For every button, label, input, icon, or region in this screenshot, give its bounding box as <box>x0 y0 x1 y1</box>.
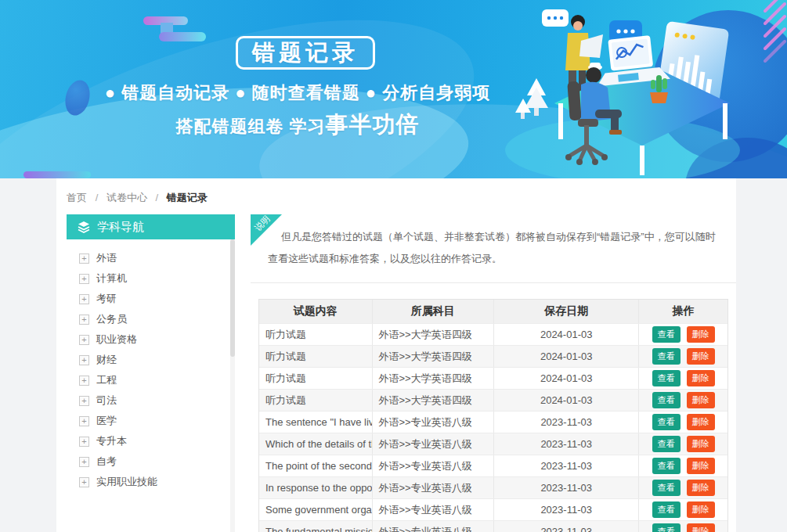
records-table: 试题内容 所属科目 保存日期 操作 听力试题外语>>大学英语四级2024-01-… <box>258 299 728 532</box>
breadcrumb-home[interactable]: 首页 <box>67 192 87 203</box>
delete-button[interactable]: 删除 <box>687 436 715 452</box>
sidebar-item[interactable]: +实用职业技能 <box>67 472 235 492</box>
table-row: 听力试题外语>>大学英语四级2024-01-03查看删除 <box>259 389 727 411</box>
expand-plus-icon[interactable]: + <box>79 274 89 284</box>
cell-subject: 外语>>专业英语八级 <box>372 455 493 476</box>
sidebar-item-label: 自考 <box>96 455 117 469</box>
expand-plus-icon[interactable]: + <box>79 253 89 264</box>
content-container: 首页 / 试卷中心 / 错题记录 <box>56 178 736 532</box>
breadcrumb-separator: / <box>156 192 159 203</box>
cell-save-date: 2023-11-03 <box>493 477 638 498</box>
expand-plus-icon[interactable]: + <box>79 376 89 386</box>
notice-ribbon: 说明 <box>251 214 282 246</box>
cell-operations: 查看删除 <box>638 455 727 476</box>
delete-button[interactable]: 删除 <box>687 326 715 343</box>
sidebar-item[interactable]: +职业资格 <box>67 329 235 350</box>
sidebar-scrollbar[interactable] <box>230 239 235 532</box>
sidebar-item[interactable]: +外语 <box>67 248 235 268</box>
sidebar-header-label: 学科导航 <box>97 220 144 235</box>
cell-save-date: 2023-11-03 <box>493 499 638 520</box>
view-button[interactable]: 查看 <box>652 458 681 474</box>
expand-plus-icon[interactable]: + <box>79 457 89 467</box>
cell-operations: 查看删除 <box>638 477 727 498</box>
breadcrumb-exam-center[interactable]: 试卷中心 <box>106 192 147 203</box>
view-button[interactable]: 查看 <box>652 414 681 430</box>
delete-button[interactable]: 删除 <box>687 392 715 408</box>
expand-plus-icon[interactable]: + <box>79 335 89 345</box>
header-question-content: 试题内容 <box>259 300 372 323</box>
expand-plus-icon[interactable]: + <box>79 416 89 426</box>
notice-ribbon-label: 说明 <box>249 210 275 236</box>
sidebar-item-label: 公务员 <box>96 312 127 326</box>
cell-subject: 外语>>专业英语八级 <box>372 433 493 455</box>
cell-question-content: 听力试题 <box>259 368 372 389</box>
header-operations: 操作 <box>638 300 727 323</box>
sidebar-scrollbar-thumb[interactable] <box>230 239 235 357</box>
sidebar-item[interactable]: +自考 <box>67 451 235 472</box>
cell-operations: 查看删除 <box>638 368 727 389</box>
delete-button[interactable]: 删除 <box>687 348 715 365</box>
sidebar-item[interactable]: +司法 <box>67 390 235 411</box>
cell-subject: 外语>>大学英语四级 <box>372 324 493 345</box>
table-row: 听力试题外语>>大学英语四级2024-01-03查看删除 <box>259 345 727 367</box>
sidebar-item[interactable]: +公务员 <box>67 309 235 329</box>
cell-save-date: 2024-01-03 <box>493 346 638 367</box>
cell-question-content: Some government organizat... <box>259 499 372 520</box>
cell-save-date: 2024-01-03 <box>493 368 638 389</box>
delete-button[interactable]: 删除 <box>687 414 715 430</box>
cell-operations: 查看删除 <box>638 390 727 411</box>
cell-subject: 外语>>专业英语八级 <box>372 499 493 520</box>
view-button[interactable]: 查看 <box>652 436 681 452</box>
layers-icon <box>78 221 90 233</box>
view-button[interactable]: 查看 <box>652 370 681 386</box>
sidebar-item-label: 实用职业技能 <box>96 475 157 489</box>
banner-slogan-line1: ● 错题自动记录 ● 随时查看错题 ● 分析自身弱项 <box>94 81 501 105</box>
table-row: The point of the second par...外语>>专业英语八级… <box>259 455 727 476</box>
expand-plus-icon[interactable]: + <box>79 477 89 487</box>
table-row: Some government organizat...外语>>专业英语八级20… <box>259 498 727 520</box>
view-button[interactable]: 查看 <box>652 480 681 496</box>
cell-operations: 查看删除 <box>638 499 727 520</box>
expand-plus-icon[interactable]: + <box>79 315 89 325</box>
banner-slogan-prefix: 搭配错题组卷 学习 <box>175 117 325 136</box>
delete-button[interactable]: 删除 <box>687 480 715 496</box>
sidebar-item-label: 工程 <box>96 373 117 387</box>
table-row: In response to the oppositio...外语>>专业英语八… <box>259 476 727 498</box>
delete-button[interactable]: 删除 <box>687 370 715 386</box>
cell-operations: 查看删除 <box>638 433 727 455</box>
sidebar-item[interactable]: +工程 <box>67 370 235 390</box>
table-header-row: 试题内容 所属科目 保存日期 操作 <box>259 300 727 323</box>
delete-button[interactable]: 删除 <box>687 523 715 532</box>
banner-slogan-line2: 搭配错题组卷 学习事半功倍 <box>94 110 501 141</box>
banner-title-text: 错题记录 <box>252 38 359 69</box>
sidebar-item[interactable]: +考研 <box>67 289 235 309</box>
cell-save-date: 2024-01-03 <box>493 324 638 345</box>
page-body: 首页 / 试卷中心 / 错题记录 <box>0 178 787 532</box>
sidebar-item[interactable]: +医学 <box>67 411 235 431</box>
cell-subject: 外语>>大学英语四级 <box>372 346 493 367</box>
sidebar-item[interactable]: +专升本 <box>67 431 235 451</box>
expand-plus-icon[interactable]: + <box>79 396 89 406</box>
cell-operations: 查看删除 <box>638 324 727 345</box>
table-row: The fundamental mission of ...外语>>专业英语八级… <box>259 520 727 532</box>
cell-save-date: 2023-11-03 <box>493 412 638 433</box>
table-row: Which of the details of the a...外语>>专业英语… <box>259 433 727 455</box>
view-button[interactable]: 查看 <box>652 501 681 518</box>
view-button[interactable]: 查看 <box>652 523 681 532</box>
delete-button[interactable]: 删除 <box>687 501 715 518</box>
view-button[interactable]: 查看 <box>652 326 681 343</box>
sidebar-item[interactable]: +财经 <box>67 350 235 370</box>
cell-subject: 外语>>大学英语四级 <box>372 368 493 389</box>
page: 错题记录 ● 错题自动记录 ● 随时查看错题 ● 分析自身弱项 搭配错题组卷 学… <box>0 0 787 532</box>
expand-plus-icon[interactable]: + <box>79 437 89 447</box>
expand-plus-icon[interactable]: + <box>79 294 89 304</box>
header-subject: 所属科目 <box>372 300 493 323</box>
tree-icon <box>515 78 548 119</box>
delete-button[interactable]: 删除 <box>687 458 715 474</box>
sidebar-item-label: 考研 <box>96 292 117 306</box>
expand-plus-icon[interactable]: + <box>79 355 89 365</box>
view-button[interactable]: 查看 <box>652 392 681 408</box>
view-button[interactable]: 查看 <box>652 348 681 365</box>
sidebar-item[interactable]: +计算机 <box>67 268 235 289</box>
cell-subject: 外语>>专业英语八级 <box>372 477 493 498</box>
